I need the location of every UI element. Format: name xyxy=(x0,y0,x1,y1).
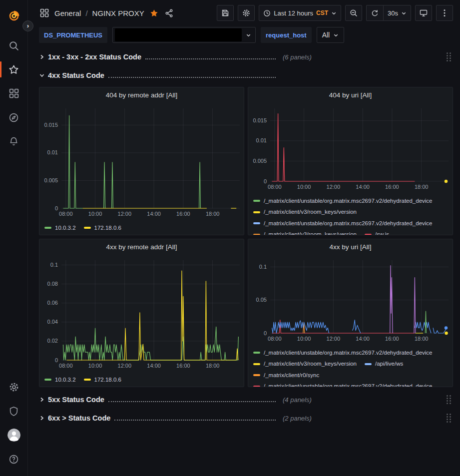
request-host-variable-select[interactable]: All xyxy=(317,27,345,43)
request-host-variable-label: request_host xyxy=(261,27,312,43)
legend-item[interactable]: /_matrix/client/r0/sync xyxy=(253,371,319,380)
grafana-app: › General / NGINX PROXY xyxy=(0,0,460,476)
legend-item[interactable]: /sw.js xyxy=(365,230,389,235)
sidebar-item-help[interactable] xyxy=(0,447,28,471)
sidebar-item-configuration[interactable] xyxy=(0,375,28,399)
svg-text:0.1: 0.1 xyxy=(50,262,58,268)
refresh-interval-label: 30s xyxy=(388,9,398,17)
zoom-out-icon xyxy=(350,9,358,17)
breadcrumb-folder[interactable]: General xyxy=(54,9,81,17)
sidebar-expand-button[interactable]: › xyxy=(22,20,33,31)
chart-canvas[interactable]: 00.0050.010.01508:0010:0012:0014:0016:00… xyxy=(248,102,453,192)
tv-kiosk-mode-button[interactable] xyxy=(415,5,432,21)
sidebar xyxy=(0,0,28,476)
row-panel-count: (4 panels) xyxy=(283,396,312,404)
legend-item[interactable]: /_matrix/client/unstable/org.matrix.msc2… xyxy=(253,219,433,228)
chart-canvas[interactable]: 00.020.040.060.080.108:0010:0012:0014:00… xyxy=(39,254,244,371)
svg-text:10:00: 10:00 xyxy=(297,184,311,190)
svg-text:0.06: 0.06 xyxy=(47,300,58,306)
row-title: 6xx > Status Code xyxy=(48,414,110,422)
svg-text:0: 0 xyxy=(264,330,267,336)
panel-title[interactable]: 4xx by remote addr [All] xyxy=(39,239,244,254)
chevron-down-icon xyxy=(39,72,45,78)
refresh-button[interactable] xyxy=(366,5,383,21)
dotted-leader xyxy=(108,401,276,402)
row-drag-handle[interactable] xyxy=(445,393,453,406)
legend-item[interactable]: /_matrix/client/v3/room_keys/version xyxy=(253,208,357,216)
zoom-out-time-button[interactable] xyxy=(345,5,362,21)
svg-text:18:00: 18:00 xyxy=(415,336,429,342)
svg-text:16:00: 16:00 xyxy=(176,363,190,369)
legend-swatch xyxy=(253,234,260,235)
alerting-bell-icon xyxy=(8,136,19,147)
legend-item[interactable]: 172.18.0.6 xyxy=(84,376,121,384)
svg-text:12:00: 12:00 xyxy=(327,336,341,342)
variables-bar: DS_PROMETHEUS request_host All xyxy=(28,26,460,48)
legend-swatch xyxy=(44,227,51,229)
legend-label: /_matrix/client/v3/room_keys/version xyxy=(264,360,357,368)
legend-item[interactable]: /_matrix/client/unstable/org.matrix.msc2… xyxy=(253,382,433,387)
chevron-down-icon xyxy=(333,32,339,38)
kebab-icon xyxy=(444,9,446,17)
datasource-variable-select[interactable] xyxy=(112,27,256,43)
share-icon xyxy=(165,9,173,17)
active-indicator xyxy=(0,61,1,77)
more-options-button[interactable] xyxy=(436,5,453,21)
timezone-label: CST xyxy=(316,9,328,16)
svg-text:0.01: 0.01 xyxy=(256,137,267,143)
legend-item[interactable]: /api/live/ws xyxy=(365,360,403,368)
sidebar-item-explore[interactable] xyxy=(0,105,28,129)
search-icon xyxy=(8,40,19,51)
refresh-interval-picker[interactable]: 30s xyxy=(383,5,411,21)
panel-title[interactable]: 4xx by uri [All] xyxy=(248,239,453,254)
chevron-down-icon xyxy=(401,10,407,16)
svg-text:12:00: 12:00 xyxy=(327,184,341,190)
legend-item[interactable]: /_matrix/client/unstable/org.matrix.msc2… xyxy=(253,197,433,205)
share-button[interactable] xyxy=(164,8,174,18)
row-header-4xx[interactable]: 4xx Status Code xyxy=(39,68,453,82)
legend-item[interactable]: /_matrix/client/v3/room_keys/version xyxy=(253,360,357,368)
legend-label: 172.18.0.6 xyxy=(94,224,121,232)
time-range-label: Last 12 hours xyxy=(274,9,313,17)
refresh-icon xyxy=(371,9,379,17)
row-drag-handle[interactable] xyxy=(445,50,453,63)
svg-text:16:00: 16:00 xyxy=(385,336,399,342)
time-range-picker[interactable]: Last 12 hours CST xyxy=(259,5,341,21)
breadcrumb-separator: / xyxy=(85,9,87,17)
sidebar-item-profile[interactable] xyxy=(0,423,28,447)
row-header-6xx[interactable]: 6xx > Status Code (2 panels) xyxy=(39,411,453,425)
sidebar-item-server-admin[interactable] xyxy=(0,399,28,423)
sidebar-item-starred[interactable] xyxy=(0,57,28,81)
chevron-down-icon xyxy=(246,32,251,38)
legend-swatch xyxy=(253,386,260,387)
sidebar-item-dashboards[interactable] xyxy=(0,81,28,105)
svg-text:08:00: 08:00 xyxy=(268,184,282,190)
panel-title[interactable]: 404 by remote addr [All] xyxy=(39,87,244,102)
legend-swatch xyxy=(253,200,260,202)
admin-shield-icon xyxy=(8,406,19,417)
clock-icon xyxy=(263,9,271,17)
legend-item[interactable]: 10.0.3.2 xyxy=(44,224,76,232)
sidebar-item-alerting[interactable] xyxy=(0,129,28,153)
legend-item[interactable]: 10.0.3.2 xyxy=(44,376,76,384)
panel-title[interactable]: 404 by uri [All] xyxy=(248,87,453,102)
legend-item[interactable]: /_matrix/client/unstable/org.matrix.msc2… xyxy=(253,349,433,357)
row-header-1xx-3xx-2xx[interactable]: 1xx - 3xx - 2xx Status Code (6 panels) xyxy=(39,50,453,64)
chart-canvas[interactable]: 00.0050.010.01508:0010:0012:0014:0016:00… xyxy=(39,102,244,219)
legend-item[interactable]: /_matrix/client/v3/room_keys/version xyxy=(253,230,357,235)
row-drag-handle[interactable] xyxy=(445,412,453,425)
save-dashboard-button[interactable] xyxy=(217,5,234,21)
breadcrumb-dashboard-title[interactable]: NGINX PROXY xyxy=(92,9,144,17)
chart-canvas[interactable]: 00.050.108:0010:0012:0014:0016:0018:00 xyxy=(248,254,453,344)
settings-icon xyxy=(242,9,250,17)
favorite-star-button[interactable] xyxy=(149,8,159,18)
sidebar-item-search[interactable] xyxy=(0,33,28,57)
chevron-down-icon xyxy=(331,10,337,16)
legend-item[interactable]: 172.18.0.6 xyxy=(84,224,121,232)
svg-text:10:00: 10:00 xyxy=(297,336,311,342)
row-header-5xx[interactable]: 5xx Status Code (4 panels) xyxy=(39,393,453,407)
svg-text:0.015: 0.015 xyxy=(253,117,267,123)
row-panel-count: (6 panels) xyxy=(283,53,312,61)
dashboard-settings-button[interactable] xyxy=(238,5,255,21)
dashboard-body: 1xx - 3xx - 2xx Status Code (6 panels) 4… xyxy=(28,48,460,476)
